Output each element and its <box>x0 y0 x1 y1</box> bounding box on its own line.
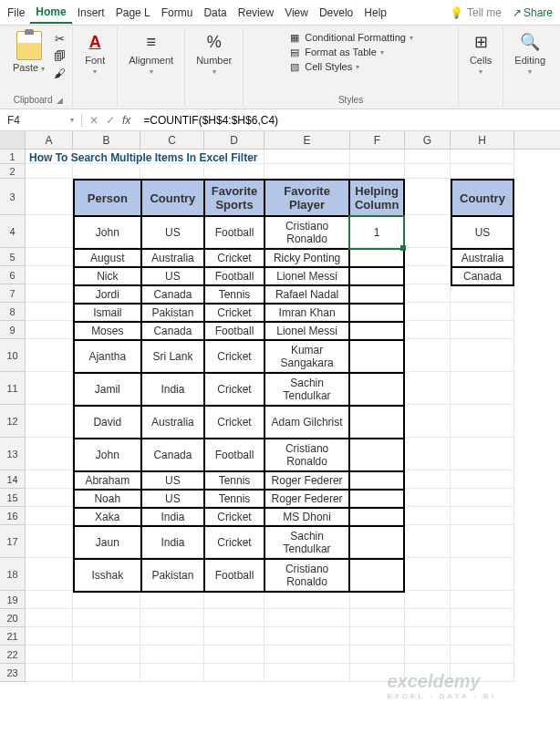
cell-person[interactable]: David <box>74 406 141 439</box>
cell-country[interactable]: Pakistan <box>141 304 205 322</box>
cell-person[interactable]: Abraham <box>74 471 141 490</box>
row-header-7[interactable]: 7 <box>0 284 26 303</box>
col-header-c[interactable]: C <box>140 131 204 149</box>
cells-button[interactable]: ⊞ Cells ▾ <box>464 29 497 78</box>
col-header-h[interactable]: H <box>451 131 514 149</box>
format-painter-icon[interactable]: 🖌 <box>52 66 67 80</box>
tab-data[interactable]: Data <box>198 3 232 23</box>
cell-player[interactable]: MS Dhoni <box>264 508 349 526</box>
row-header-1[interactable]: 1 <box>0 150 26 164</box>
tab-insert[interactable]: Insert <box>72 3 110 23</box>
cell-player[interactable]: Rafael Nadal <box>264 285 349 304</box>
editing-button[interactable]: 🔍 Editing ▾ <box>509 29 551 78</box>
cell-country[interactable]: India <box>141 373 205 406</box>
col-header-b[interactable]: B <box>73 131 140 149</box>
cell-player[interactable]: Cristiano Ronaldo <box>264 216 349 249</box>
cell-person[interactable]: Isshak <box>74 559 141 592</box>
row-header-10[interactable]: 10 <box>0 339 26 372</box>
row-header-4[interactable]: 4 <box>0 215 26 248</box>
cell-person[interactable]: Jamil <box>74 373 141 406</box>
lookup-cell[interactable]: Australia <box>451 249 513 267</box>
cell-sports[interactable]: Cricket <box>204 373 264 406</box>
cell-helping[interactable] <box>349 285 404 304</box>
cell-helping[interactable] <box>349 406 404 439</box>
row-header-19[interactable]: 19 <box>0 591 26 609</box>
tab-review[interactable]: Review <box>233 3 279 23</box>
cell-country[interactable]: India <box>141 508 205 526</box>
cell-player[interactable]: Cristiano Ronaldo <box>264 439 349 471</box>
cell-sports[interactable]: Tennis <box>204 490 264 508</box>
tell-me[interactable]: 💡 Tell me <box>444 3 507 23</box>
lookup-cell[interactable]: Canada <box>451 267 513 285</box>
cell-helping[interactable] <box>349 304 404 322</box>
col-header-e[interactable]: E <box>264 131 350 149</box>
cell-player[interactable]: Sachin Tendulkar <box>264 373 349 406</box>
formula-input[interactable] <box>138 114 560 127</box>
tab-help[interactable]: Help <box>358 3 392 23</box>
cell-helping[interactable] <box>349 340 404 373</box>
cell-person[interactable]: Xaka <box>74 508 141 526</box>
cell-country[interactable]: US <box>141 471 205 490</box>
tab-file[interactable]: File <box>2 3 30 23</box>
cell-person[interactable]: Jaun <box>74 526 141 559</box>
lookup-cell[interactable]: US <box>451 216 513 249</box>
cell-sports[interactable]: Football <box>204 439 264 471</box>
enter-icon[interactable]: ✓ <box>106 114 115 127</box>
cell-country[interactable]: Canada <box>141 322 205 340</box>
cell-helping[interactable] <box>349 439 404 471</box>
cell-player[interactable]: Adam Gilchrist <box>264 406 349 439</box>
cell-country[interactable]: US <box>141 490 205 508</box>
col-header-a[interactable]: A <box>26 131 73 149</box>
cell-country[interactable]: US <box>141 216 205 249</box>
cut-icon[interactable]: ✂ <box>52 31 67 46</box>
cell-person[interactable]: Ajantha <box>74 340 141 373</box>
cells-area[interactable]: How To Search Multiple Items In Excel Fi… <box>26 150 560 682</box>
col-header-d[interactable]: D <box>204 131 264 149</box>
row-header-14[interactable]: 14 <box>0 470 26 489</box>
tab-formulas[interactable]: Formu <box>156 3 199 23</box>
cell-helping[interactable] <box>349 322 404 340</box>
cell-person[interactable]: Jordi <box>74 285 141 304</box>
cell-helping[interactable] <box>349 526 404 559</box>
cell-person[interactable]: Moses <box>74 322 141 340</box>
cell-helping[interactable] <box>349 508 404 526</box>
cell-player[interactable]: Lionel Messi <box>264 322 349 340</box>
row-header-12[interactable]: 12 <box>0 405 26 438</box>
cell-helping[interactable] <box>349 559 404 592</box>
row-header-11[interactable]: 11 <box>0 372 26 405</box>
tab-view[interactable]: View <box>279 3 314 23</box>
row-header-22[interactable]: 22 <box>0 646 26 664</box>
cell-player[interactable]: Lionel Messi <box>264 267 349 285</box>
row-header-16[interactable]: 16 <box>0 507 26 525</box>
cell-sports[interactable]: Football <box>204 322 264 340</box>
cell-player[interactable]: Imran Khan <box>264 304 349 322</box>
cell-player[interactable]: Kumar Sangakara <box>264 340 349 373</box>
cell-person[interactable]: John <box>74 216 141 249</box>
cell-person[interactable]: August <box>74 249 141 267</box>
row-header-20[interactable]: 20 <box>0 609 26 627</box>
tab-developer[interactable]: Develo <box>314 3 358 23</box>
cell-helping[interactable]: 1 <box>349 216 404 249</box>
cell-player[interactable]: Sachin Tendulkar <box>264 526 349 559</box>
number-button[interactable]: % Number ▾ <box>191 29 237 78</box>
cell-sports[interactable]: Cricket <box>204 526 264 559</box>
cell-sports[interactable]: Cricket <box>204 304 264 322</box>
cell-sports[interactable]: Tennis <box>204 471 264 490</box>
cell-player[interactable]: Cristiano Ronaldo <box>264 559 349 592</box>
cell-sports[interactable]: Cricket <box>204 406 264 439</box>
cell-country[interactable]: US <box>141 267 205 285</box>
row-header-8[interactable]: 8 <box>0 303 26 321</box>
cell-country[interactable]: Sri Lank <box>141 340 205 373</box>
cancel-icon[interactable]: ✕ <box>89 114 99 127</box>
cell-sports[interactable]: Football <box>204 216 264 249</box>
row-header-21[interactable]: 21 <box>0 627 26 646</box>
tab-home[interactable]: Home <box>30 2 71 24</box>
cell-country[interactable]: Pakistan <box>141 559 205 592</box>
cell-sports[interactable]: Football <box>204 559 264 592</box>
cell-sports[interactable]: Football <box>204 267 264 285</box>
row-header-3[interactable]: 3 <box>0 179 26 215</box>
cell-player[interactable]: Ricky Ponting <box>264 249 349 267</box>
cell-person[interactable]: John <box>74 439 141 471</box>
paste-button[interactable]: Paste ▾ <box>9 29 48 75</box>
cell-helping[interactable] <box>349 373 404 406</box>
